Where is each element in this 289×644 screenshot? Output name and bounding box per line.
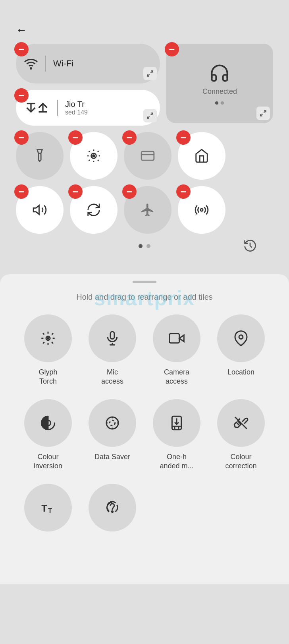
svg-point-36 (47, 338, 48, 339)
airplane-tile[interactable]: − (124, 186, 171, 234)
svg-line-34 (43, 342, 44, 343)
svg-rect-37 (110, 332, 114, 339)
page-dot-2 (146, 244, 150, 248)
svg-point-44 (110, 420, 115, 425)
data-sub: sed 149 (65, 109, 88, 116)
back-button[interactable]: ← (16, 24, 27, 37)
hotspot-icon (194, 202, 209, 217)
auto-brightness-tile[interactable]: − (70, 132, 118, 180)
data-label: Jio Tr (65, 100, 88, 109)
add-tile-colour-correction[interactable]: Colourcorrection (209, 399, 273, 471)
volume-icon (32, 202, 47, 217)
rotate-tile[interactable]: − (70, 186, 118, 234)
svg-point-41 (239, 335, 243, 339)
wifi-expand-button[interactable] (143, 67, 157, 80)
quick-settings-top: − Wi-Fi (0, 0, 289, 266)
headphone-remove-badge[interactable]: − (165, 42, 179, 56)
volume-tile[interactable]: − (16, 186, 64, 234)
add-tile-camera-access[interactable]: Cameraaccess (144, 314, 209, 386)
mic-access-circle[interactable] (89, 314, 136, 362)
airplane-remove[interactable]: − (122, 184, 137, 199)
add-tile-glyph-torch[interactable]: GlyphTorch (16, 314, 80, 386)
wallet-icon (140, 148, 155, 163)
home-icon (194, 148, 209, 163)
add-tile-font-size[interactable]: T T (16, 484, 80, 537)
svg-point-0 (31, 68, 32, 69)
add-tile-data-saver[interactable]: Data Saver (80, 399, 144, 471)
wifi-remove-badge[interactable]: − (14, 42, 29, 56)
camera-access-icon (169, 330, 185, 346)
font-size-icon: T T (40, 500, 56, 516)
brightness-remove[interactable]: − (68, 130, 83, 145)
hotspot-tile[interactable]: − (178, 186, 225, 234)
colour-correction-icon (233, 415, 249, 431)
svg-line-35 (52, 333, 53, 335)
icon-row-1: − − (16, 132, 273, 180)
wifi-tile[interactable]: − Wi-Fi (16, 44, 160, 83)
location-icon (233, 330, 249, 346)
svg-rect-23 (141, 151, 154, 160)
camera-access-circle[interactable] (153, 314, 200, 362)
mic-access-icon (104, 330, 120, 346)
svg-point-43 (106, 417, 118, 429)
pagination-area (16, 240, 273, 254)
font-size-circle[interactable]: T T (24, 484, 72, 531)
icon-row-2: − − − − (16, 186, 273, 234)
svg-line-30 (43, 333, 44, 335)
data-remove-badge[interactable]: − (14, 88, 29, 103)
sheet-hint: Hold and drag to rearrange or add tiles (16, 293, 273, 302)
home-remove[interactable]: − (176, 130, 191, 145)
data-expand-button[interactable] (143, 109, 157, 122)
hearing-circle[interactable] (89, 484, 136, 531)
colour-correction-circle[interactable] (217, 399, 265, 447)
home-control-tile[interactable]: − (178, 132, 225, 180)
svg-text:T: T (48, 507, 52, 514)
wallet-tile[interactable]: − (124, 132, 171, 180)
svg-text:T: T (41, 503, 47, 514)
wallet-remove[interactable]: − (122, 130, 137, 145)
wifi-divider (45, 56, 46, 72)
headphone-status: Connected (202, 87, 237, 96)
hotspot-remove[interactable]: − (176, 184, 191, 199)
location-label: Location (227, 368, 254, 377)
glyph-torch-circle[interactable] (24, 314, 72, 362)
flashlight-tile[interactable]: − (16, 132, 64, 180)
hearing-icon (104, 500, 120, 516)
glyph-torch-icon (40, 330, 56, 346)
history-icon[interactable] (243, 239, 257, 256)
one-handed-circle[interactable] (153, 399, 200, 447)
data-saver-circle[interactable] (89, 399, 136, 447)
add-tile-one-handed[interactable]: One-handed m... (144, 399, 209, 471)
flashlight-remove[interactable]: − (14, 130, 29, 145)
headphone-dots (215, 101, 224, 105)
svg-line-17 (98, 160, 98, 161)
headphone-tile[interactable]: − Connected (166, 44, 273, 123)
colour-inversion-circle[interactable] (24, 399, 72, 447)
mic-access-label: Micaccess (101, 368, 123, 386)
bottom-sheet: Hold and drag to rearrange or add tiles (0, 274, 289, 584)
data-saver-label: Data Saver (94, 452, 130, 462)
location-circle[interactable] (217, 314, 265, 362)
camera-access-label: Cameraaccess (164, 368, 189, 386)
rotate-remove[interactable]: − (68, 184, 83, 199)
data-icon2 (36, 101, 50, 115)
wifi-label: Wi-Fi (53, 58, 73, 69)
svg-point-26 (200, 209, 203, 211)
one-handed-icon (169, 415, 185, 431)
add-tile-colour-inversion[interactable]: Colourinversion (16, 399, 80, 471)
wifi-icon (24, 56, 38, 71)
svg-line-21 (98, 151, 98, 152)
glyph-torch-label: GlyphTorch (39, 368, 57, 386)
add-tile-mic-access[interactable]: Micaccess (80, 314, 144, 386)
add-tile-hearing[interactable] (80, 484, 144, 537)
flashlight-icon (32, 148, 47, 163)
sheet-handle (133, 281, 156, 283)
colour-correction-label: Colourcorrection (225, 452, 256, 471)
airplane-icon (140, 202, 155, 217)
headphone-expand-button[interactable] (256, 107, 270, 120)
add-tile-location[interactable]: Location (209, 314, 273, 386)
volume-remove[interactable]: − (14, 184, 29, 199)
dot1 (215, 101, 218, 105)
headphone-icon (209, 63, 230, 83)
data-tile[interactable]: − Jio Tr sed 149 (16, 90, 160, 126)
